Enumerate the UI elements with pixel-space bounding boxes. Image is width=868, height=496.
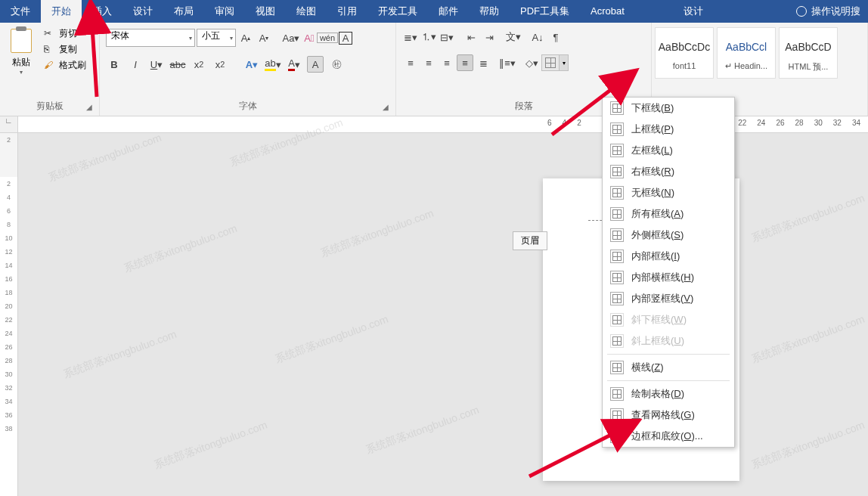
document-area[interactable]: 页眉: [18, 133, 868, 496]
shading-button[interactable]: ◇▾: [523, 54, 540, 71]
vertical-ruler[interactable]: 2 2 4 6 8 10 12 14 16 18 20 22 24 26 28 …: [0, 133, 18, 496]
tab-help[interactable]: 帮助: [469, 0, 510, 23]
vruler-tick: 22: [0, 313, 17, 327]
tab-layout[interactable]: 布局: [163, 0, 204, 23]
highlight-button[interactable]: ab▾: [265, 56, 281, 73]
vruler-tick: 30: [0, 367, 17, 381]
vruler-tick: 18: [0, 286, 17, 299]
tab-view[interactable]: 视图: [245, 0, 286, 23]
align-left-button[interactable]: ≡: [402, 54, 419, 71]
tab-context-design[interactable]: 设计: [665, 0, 721, 23]
horizontal-ruler[interactable]: ∟ 6 4 2 20 22 24 26 28 30 32 34: [0, 116, 868, 133]
ruler-corner: ∟: [0, 116, 18, 132]
border-menu-item-i[interactable]: 内部框线(I): [603, 246, 734, 267]
tab-file[interactable]: 文件: [0, 0, 41, 23]
ribbon: 粘贴 ▾ ✂ 剪切 ⎘ 复制 🖌 格式刷 剪贴板 ◢: [0, 23, 868, 116]
tell-me-search[interactable]: 操作说明搜: [789, 5, 868, 18]
italic-button[interactable]: I: [127, 56, 144, 73]
border-menu-item-z[interactable]: 横线(Z): [603, 357, 734, 378]
tab-insert[interactable]: 插入: [82, 0, 122, 23]
borders-split-button[interactable]: ▾: [541, 54, 569, 71]
tab-review[interactable]: 审阅: [204, 0, 245, 23]
tab-developer[interactable]: 开发工具: [367, 0, 428, 23]
superscript-button[interactable]: x2: [212, 56, 228, 73]
tab-mailings[interactable]: 邮件: [428, 0, 469, 23]
grow-font-button[interactable]: A▴: [237, 29, 254, 46]
vruler-tick: 12: [0, 245, 17, 259]
tab-pdf-tools[interactable]: PDF工具集: [510, 0, 580, 23]
group-font-label: 字体: [104, 98, 391, 114]
border-right-icon: [610, 165, 624, 178]
justify-button[interactable]: ≡: [457, 54, 473, 71]
borders-dropdown-arrow[interactable]: ▾: [559, 55, 568, 70]
border-left-icon: [610, 144, 624, 157]
show-marks-button[interactable]: ¶: [547, 29, 564, 45]
svg-line-2: [529, 432, 615, 476]
paste-label: 粘贴: [12, 56, 30, 69]
multilevel-list-button[interactable]: ⊟▾: [439, 29, 455, 45]
text-effects-button[interactable]: A▾: [243, 56, 260, 73]
border-menu-item-label: 绘制表格(D): [631, 387, 684, 401]
font-name-combo[interactable]: 宋体 ▾: [106, 29, 195, 47]
border-menu-item-v[interactable]: 内部竖框线(V): [603, 288, 734, 309]
font-dialog-launcher[interactable]: ◢: [383, 103, 393, 113]
border-menu-item-label: 内部横框线(H): [631, 271, 694, 284]
border-menu-item-g[interactable]: 查看网格线(G): [603, 405, 734, 426]
style-font11[interactable]: AaBbCcDc font11: [655, 27, 714, 79]
style-html-pre[interactable]: AaBbCcD HTML 预...: [779, 27, 838, 79]
font-size-combo[interactable]: 小五 ▾: [197, 29, 236, 47]
clear-formatting-button[interactable]: A⃠: [301, 29, 318, 46]
decrease-indent-button[interactable]: ⇤: [463, 29, 479, 45]
border-menu-item-label: 斜上框线(U): [631, 334, 684, 348]
shrink-font-button[interactable]: A▾: [256, 29, 272, 46]
align-center-button[interactable]: ≡: [420, 54, 437, 71]
lightbulb-icon: [796, 6, 807, 17]
align-right-button[interactable]: ≡: [439, 54, 455, 71]
border-none-icon: [610, 186, 624, 200]
tab-home[interactable]: 开始: [41, 0, 82, 23]
line-spacing-button[interactable]: ‖≡▾: [499, 54, 516, 71]
annotation-arrow-3: [522, 423, 628, 487]
style-name: font11: [657, 61, 711, 70]
tab-references[interactable]: 引用: [327, 0, 367, 23]
ruler-tick: 32: [833, 119, 842, 127]
border-hline-icon: [610, 361, 624, 374]
sort-button[interactable]: A↓: [529, 29, 546, 45]
font-color-button[interactable]: A▾: [286, 56, 302, 73]
tab-draw[interactable]: 绘图: [286, 0, 327, 23]
character-border-button[interactable]: A: [337, 29, 354, 46]
strikethrough-button[interactable]: abc: [169, 56, 186, 73]
border-menu-item-d[interactable]: 绘制表格(D): [603, 383, 734, 405]
border-menu-item-r[interactable]: 右框线(R): [603, 161, 734, 182]
asian-layout-button[interactable]: 文▾: [505, 29, 522, 45]
bullets-button[interactable]: ≣▾: [402, 29, 419, 45]
underline-button[interactable]: U▾: [148, 56, 165, 73]
border-menu-item-u: 斜上框线(U): [603, 330, 734, 352]
border-diag1-icon: [610, 313, 624, 327]
subscript-button[interactable]: x2: [191, 56, 207, 73]
border-menu-item-label: 外侧框线(S): [631, 228, 684, 242]
phonetic-guide-button[interactable]: wén: [319, 29, 336, 46]
paste-button[interactable]: 粘贴 ▾: [5, 26, 38, 79]
vruler-tick: 6: [0, 204, 17, 218]
tab-design[interactable]: 设计: [122, 0, 163, 23]
border-menu-item-n[interactable]: 无框线(N): [603, 182, 734, 203]
border-menu-item-a[interactable]: 所有框线(A): [603, 203, 734, 225]
char-border-label: A: [339, 32, 353, 45]
ruler-tick: 22: [738, 119, 746, 127]
change-case-button[interactable]: Aa▾: [283, 29, 299, 46]
character-shading-button[interactable]: A: [307, 56, 324, 73]
increase-indent-button[interactable]: ⇥: [481, 29, 498, 45]
distributed-button[interactable]: ≣: [475, 54, 491, 71]
tab-acrobat[interactable]: Acrobat: [580, 0, 635, 23]
vruler-tick: 4: [0, 191, 17, 204]
style-heading[interactable]: AaBbCcl ↵ Headin...: [717, 27, 776, 79]
border-menu-item-label: 斜下框线(W): [631, 313, 687, 327]
border-menu-item-h[interactable]: 内部横框线(H): [603, 267, 734, 288]
numbering-button[interactable]: ⒈▾: [420, 29, 437, 45]
style-name: ↵ Headin...: [719, 61, 773, 71]
ruler-tick: 28: [795, 119, 804, 127]
enclose-characters-button[interactable]: ㊓: [328, 56, 345, 73]
border-menu-item-s[interactable]: 外侧框线(S): [603, 225, 734, 246]
tell-me-label: 操作说明搜: [811, 5, 860, 18]
